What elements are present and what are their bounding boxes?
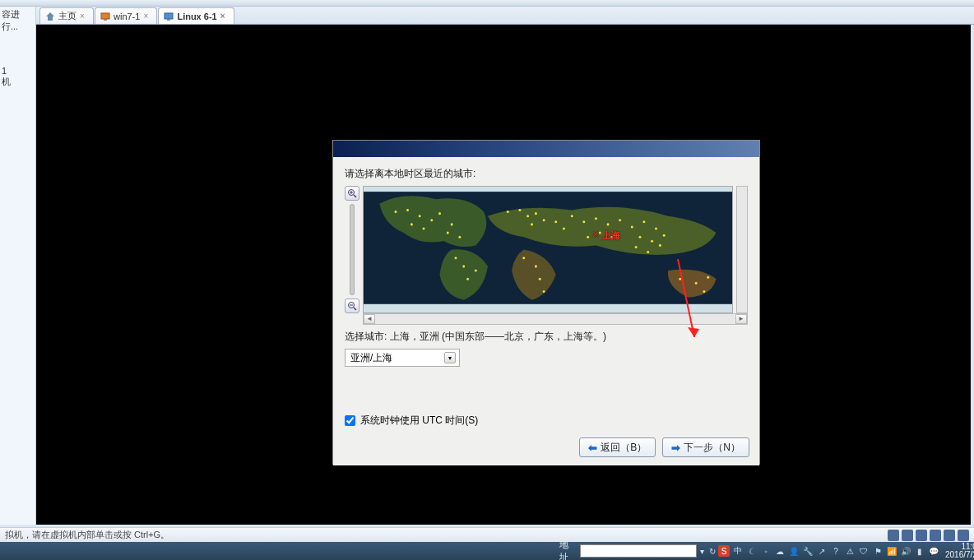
- svg-point-58: [659, 244, 661, 247]
- device-icon[interactable]: [888, 530, 899, 541]
- tab-label: Linux 6-1: [177, 12, 216, 21]
- scroll-left-icon[interactable]: ◄: [364, 314, 375, 324]
- svg-point-37: [582, 220, 585, 223]
- tab-linux[interactable]: Linux 6-1 ×: [158, 7, 234, 24]
- svg-point-17: [430, 219, 433, 221]
- zoom-in-button[interactable]: [345, 186, 359, 201]
- flag-icon[interactable]: ⚑: [872, 545, 884, 557]
- wrench-icon[interactable]: 🔧: [802, 545, 814, 557]
- svg-point-19: [451, 223, 453, 225]
- device-icon[interactable]: [944, 530, 955, 541]
- arrow-left-icon: ⬅: [588, 442, 597, 454]
- utc-checkbox-label: 系统时钟使用 UTC 时间(S): [360, 414, 478, 428]
- home-icon: [45, 12, 55, 21]
- device-icon[interactable]: [902, 530, 913, 541]
- svg-line-5: [354, 195, 356, 197]
- svg-point-36: [571, 215, 573, 217]
- svg-point-21: [458, 236, 461, 238]
- alert-icon[interactable]: ⚠: [844, 545, 856, 557]
- dot-icon: ◦: [760, 545, 772, 557]
- network-icon[interactable]: 📶: [886, 545, 897, 557]
- arrow-right-icon: ➡: [671, 442, 680, 454]
- svg-point-18: [438, 212, 441, 215]
- close-icon[interactable]: ×: [80, 12, 88, 21]
- svg-point-25: [475, 269, 477, 271]
- vm-viewport[interactable]: 请选择离本地时区最近的城市:: [36, 25, 971, 525]
- svg-point-35: [543, 290, 545, 293]
- svg-point-50: [679, 278, 681, 280]
- svg-point-14: [394, 211, 397, 213]
- world-map[interactable]: × 上海: [363, 186, 733, 313]
- selected-city-label: 选择城市: 上海，亚洲 (中国东部——北京，广东，上海等。): [345, 330, 748, 344]
- svg-point-15: [406, 209, 409, 211]
- vm-icon: [100, 12, 110, 21]
- chevron-down-icon[interactable]: ▾: [697, 545, 707, 557]
- svg-point-22: [455, 257, 457, 259]
- timezone-select[interactable]: 亚洲/上海 ▾: [345, 349, 460, 367]
- taskbar-clock[interactable]: 11:07 2016/7/21: [945, 543, 974, 559]
- tab-home[interactable]: 主页 ×: [39, 7, 94, 24]
- svg-point-49: [587, 236, 589, 238]
- svg-point-43: [655, 227, 657, 229]
- svg-point-53: [707, 276, 709, 279]
- message-icon[interactable]: 💬: [928, 545, 939, 557]
- moon-icon[interactable]: ☾: [746, 545, 758, 557]
- help-icon[interactable]: ?: [830, 545, 842, 557]
- svg-point-41: [631, 225, 633, 228]
- svg-rect-1: [104, 19, 107, 21]
- system-tray: S 中 ☾ ◦ ☁ 👤 🔧 ↗ ? ⚠ 🛡 ⚑ 📶 🔊 ▮ 💬 11:07 20…: [718, 543, 974, 559]
- svg-point-48: [599, 232, 601, 234]
- address-input[interactable]: [580, 544, 697, 558]
- ime-icon[interactable]: S: [718, 545, 730, 557]
- svg-point-60: [635, 246, 638, 248]
- svg-point-31: [531, 223, 533, 225]
- link-icon[interactable]: ↗: [816, 545, 828, 557]
- person-icon[interactable]: 👤: [788, 545, 800, 557]
- svg-rect-12: [364, 304, 732, 312]
- svg-point-55: [423, 227, 425, 229]
- map-marker-shanghai: ×: [592, 228, 599, 241]
- close-icon[interactable]: ×: [143, 12, 151, 21]
- zoom-slider[interactable]: [350, 204, 355, 295]
- utc-checkbox[interactable]: [345, 415, 355, 426]
- device-icon[interactable]: [916, 530, 927, 541]
- volume-icon[interactable]: 🔊: [900, 545, 911, 557]
- scroll-right-icon[interactable]: ►: [735, 314, 747, 324]
- zoom-out-button[interactable]: [345, 299, 359, 313]
- next-button[interactable]: ➡ 下一步（N）: [662, 437, 749, 457]
- map-scrollbar-horizontal[interactable]: ◄ ►: [363, 313, 748, 325]
- svg-point-29: [535, 212, 537, 215]
- tab-bar: 主页 × win7-1 × Linux 6-1 ×: [0, 7, 974, 25]
- svg-point-59: [647, 251, 649, 253]
- back-button[interactable]: ⬅ 返回（B）: [579, 437, 656, 457]
- device-icon[interactable]: [930, 530, 941, 541]
- utc-checkbox-row: 系统时钟使用 UTC 时间(S): [345, 414, 478, 428]
- clock-date: 2016/7/21: [945, 551, 974, 559]
- shield-icon[interactable]: 🛡: [858, 545, 870, 557]
- installer-body: 请选择离本地时区最近的城市:: [333, 157, 759, 465]
- svg-point-40: [619, 219, 621, 221]
- back-button-label: 返回（B）: [601, 441, 647, 455]
- svg-point-52: [703, 290, 705, 293]
- svg-point-30: [543, 219, 545, 221]
- app-toolbar: [0, 0, 974, 7]
- svg-point-20: [447, 232, 449, 234]
- svg-point-57: [554, 220, 557, 223]
- svg-point-16: [419, 215, 421, 217]
- ime-lang-icon[interactable]: 中: [732, 545, 744, 557]
- refresh-icon[interactable]: ↻: [707, 545, 718, 557]
- map-area: × 上海: [345, 186, 748, 313]
- map-scrollbar-vertical[interactable]: [736, 186, 748, 313]
- svg-point-27: [518, 209, 521, 211]
- close-icon[interactable]: ×: [220, 12, 229, 21]
- svg-point-54: [410, 223, 413, 225]
- tab-win7[interactable]: win7-1 ×: [95, 7, 157, 24]
- device-icon[interactable]: [958, 530, 969, 541]
- svg-point-51: [695, 282, 698, 285]
- map-city-label: 上海: [602, 229, 620, 242]
- installer-header: [333, 141, 759, 157]
- left-panel: 容进行... 1 机: [0, 7, 36, 525]
- battery-icon[interactable]: ▮: [914, 545, 925, 557]
- tab-label: 主页: [58, 10, 77, 22]
- cloud-icon[interactable]: ☁: [774, 545, 786, 557]
